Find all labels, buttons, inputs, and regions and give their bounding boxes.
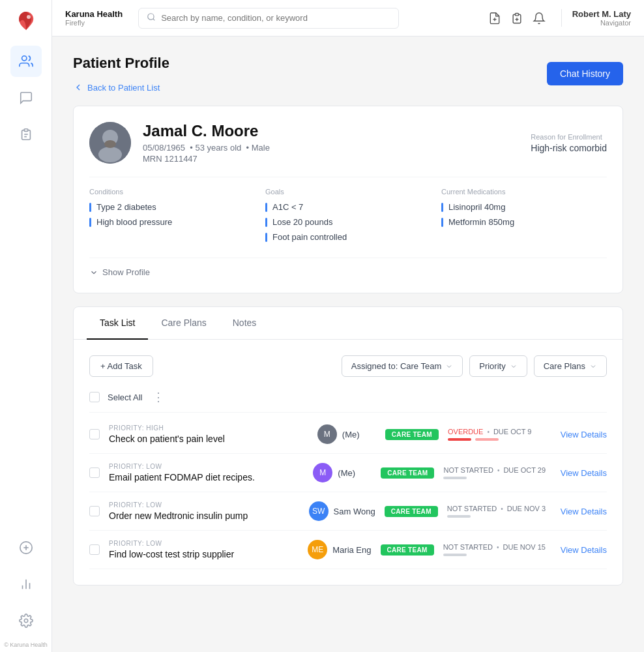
due-date: DUE OCT 9 (493, 428, 531, 436)
tab-task-list[interactable]: Task List (87, 307, 148, 340)
svg-point-11 (24, 619, 28, 623)
bullet-icon (89, 203, 91, 212)
user-name: Robert M. Laty (572, 9, 631, 19)
select-all-checkbox[interactable] (89, 392, 100, 402)
task-status: OVERDUE • DUE OCT 9 (448, 428, 546, 441)
sidebar-item-messages[interactable] (10, 82, 42, 113)
assignee-name: Maria Eng (332, 545, 371, 555)
condition-1: Type 2 diabetes (89, 202, 255, 212)
medications-label: Current Medications (441, 188, 607, 196)
view-details-link[interactable]: View Details (555, 468, 607, 478)
page-content: Patient Profile Back to Patient List Cha… (52, 37, 644, 652)
search-input[interactable] (161, 13, 390, 23)
tab-care-plans[interactable]: Care Plans (148, 307, 219, 340)
task-priority: PRIORITY: LOW (109, 501, 300, 509)
sidebar-bottom: © Karuna Health (0, 532, 51, 652)
task-assignee: M (Me) (317, 424, 376, 444)
sidebar-item-add[interactable] (10, 532, 42, 563)
care-plans-filter[interactable]: Care Plans (534, 355, 607, 377)
assigned-to-filter[interactable]: Assigned to: Care Team (342, 355, 463, 377)
team-badge: CARE TEAM (381, 467, 434, 479)
show-profile-toggle[interactable]: Show Profile (89, 258, 607, 277)
task-info: PRIORITY: LOW Order new Medtronic insuli… (109, 501, 300, 521)
status-label: NOT STARTED (443, 543, 493, 551)
due-date: DUE NOV 3 (507, 505, 546, 512)
task-info: PRIORITY: HIGH Check on patient's pain l… (109, 424, 308, 444)
team-badge: CARE TEAM (385, 506, 438, 517)
header: Karuna Health Firefly (52, 0, 644, 37)
sidebar-item-settings[interactable] (10, 605, 42, 636)
chat-history-button[interactable]: Chat History (547, 62, 623, 85)
more-options-button[interactable]: ⋮ (153, 390, 164, 404)
task-checkbox[interactable] (89, 544, 100, 555)
company-name: Karuna Health (65, 9, 123, 19)
task-priority: PRIORITY: LOW (109, 540, 299, 547)
view-details-link[interactable]: View Details (555, 507, 607, 516)
task-progress (448, 438, 546, 441)
task-status-text: NOT STARTED • DUE NOV 3 (447, 505, 546, 512)
svg-rect-2 (24, 129, 28, 132)
priority-filter[interactable]: Priority (469, 355, 527, 377)
progress-bar (475, 438, 499, 441)
logo-icon (14, 9, 38, 33)
conditions-label: Conditions (89, 188, 255, 196)
tab-notes[interactable]: Notes (220, 307, 270, 340)
medication-1: Lisinopril 40mg (441, 202, 607, 212)
patient-details-grid: Conditions Type 2 diabetes High blood pr… (89, 177, 607, 247)
back-link[interactable]: Back to Patient List (73, 82, 169, 93)
svg-point-21 (98, 147, 122, 162)
patient-dob-age-gender: 05/08/1965 • 53 years old • Male (143, 143, 270, 153)
page-header: Patient Profile Back to Patient List Cha… (73, 55, 623, 93)
task-row: PRIORITY: LOW Order new Medtronic insuli… (89, 492, 607, 531)
task-checkbox[interactable] (89, 506, 100, 516)
goal-2: Lose 20 pounds (265, 217, 431, 227)
main-content: Karuna Health Firefly (52, 0, 644, 652)
search-bar[interactable] (138, 8, 399, 29)
new-task-button[interactable] (510, 12, 523, 25)
status-label: OVERDUE (448, 428, 483, 436)
assignee-avatar: M (313, 463, 332, 482)
task-name: Check on patient's pain level (109, 434, 308, 444)
patient-name: Jamal C. Moore (143, 122, 270, 140)
enrollment-label: Reason for Enrollment (531, 133, 607, 141)
medication-2: Metformin 850mg (441, 217, 607, 227)
status-label: NOT STARTED (447, 505, 497, 512)
bullet-icon (441, 218, 443, 227)
bullet-icon (441, 203, 443, 212)
task-status: NOT STARTED • DUE NOV 3 (447, 505, 546, 518)
priority-label: Priority (479, 361, 505, 371)
task-name: Email patient FODMAP diet recipes. (109, 472, 304, 482)
task-progress (443, 477, 546, 479)
add-task-button[interactable]: + Add Task (89, 355, 153, 377)
task-status-text: NOT STARTED • DUE OCT 29 (443, 466, 546, 474)
patient-dob: 05/08/1965 (143, 143, 185, 153)
page-title: Patient Profile (73, 55, 169, 72)
sidebar-item-analytics[interactable] (10, 569, 42, 600)
goals-section: Goals A1C < 7 Lose 20 pounds Foot pain c… (265, 188, 431, 247)
task-name: Order new Medtronic insulin pump (109, 511, 300, 521)
notifications-button[interactable] (533, 12, 546, 25)
search-icon (147, 12, 156, 24)
assignee-avatar: SW (309, 501, 329, 521)
svg-line-13 (153, 18, 155, 20)
assignee-name: Sam Wong (334, 507, 375, 516)
svg-point-12 (148, 13, 154, 19)
sidebar-item-tasks[interactable] (10, 119, 42, 150)
view-details-link[interactable]: View Details (555, 430, 607, 439)
medication-2-text: Metformin 850mg (448, 217, 514, 227)
task-checkbox[interactable] (89, 467, 100, 478)
bullet-icon (265, 233, 267, 242)
patient-info: Jamal C. Moore 05/08/1965 • 53 years old… (143, 122, 270, 164)
enrollment-value: High-risk comorbid (531, 143, 607, 153)
task-list-header: Select All ⋮ (89, 390, 607, 413)
bullet-icon (265, 203, 267, 212)
svg-point-1 (22, 56, 26, 61)
new-document-button[interactable] (488, 12, 501, 25)
goal-1: A1C < 7 (265, 202, 431, 212)
view-details-link[interactable]: View Details (555, 545, 607, 555)
task-checkbox[interactable] (89, 429, 100, 439)
task-progress (443, 554, 546, 556)
sidebar-item-patients[interactable] (10, 46, 42, 77)
goal-3: Foot pain controlled (265, 232, 431, 242)
condition-2-text: High blood pressure (96, 217, 172, 227)
